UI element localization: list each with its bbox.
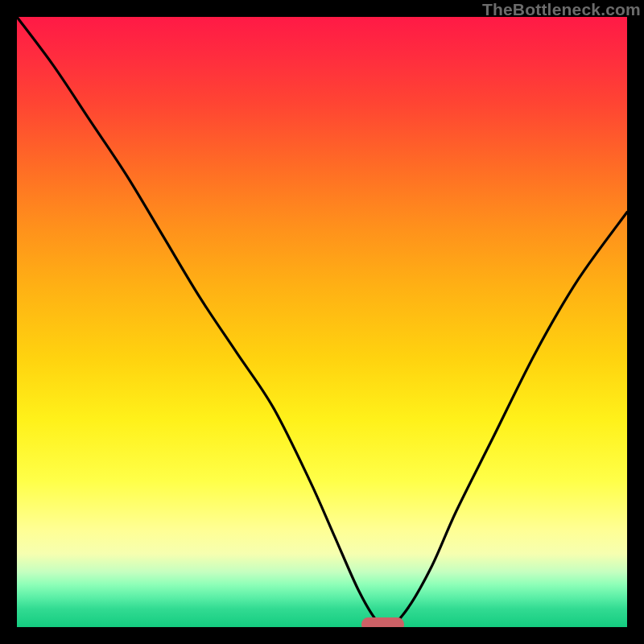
watermark-text: TheBottleneck.com [482,0,641,19]
chart-frame: TheBottleneck.com [0,0,644,644]
bottleneck-curve [17,17,627,627]
min-marker [361,617,404,627]
plot-area [17,17,627,627]
